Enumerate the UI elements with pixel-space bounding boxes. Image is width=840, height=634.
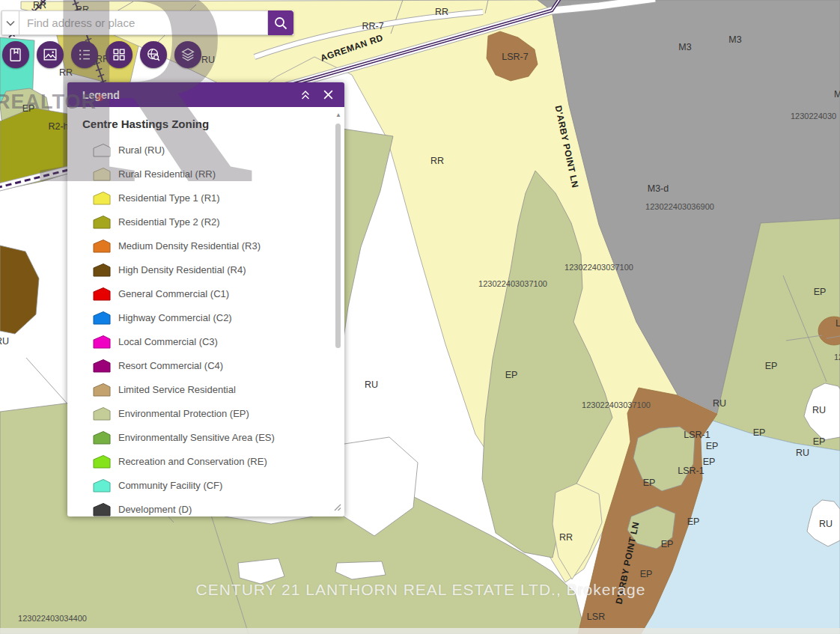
- legend-close-button[interactable]: [319, 86, 337, 104]
- legend-item-label: General Commercial (C1): [118, 288, 229, 299]
- legend-item: Rural (RU): [82, 138, 329, 162]
- legend-item: Environmentally Sensitive Area (ES): [82, 425, 329, 449]
- basemap-icon: [42, 46, 58, 63]
- zone-swatch: [93, 143, 111, 157]
- legend-item: General Commercial (C1): [82, 281, 329, 305]
- legend-item: Environmental Protection (EP): [82, 401, 329, 425]
- map-toolbar: [2, 41, 201, 68]
- zoning-map-app: RRRRRRRRRURR-7RRAGREMAN RDLSR-7M3M3M1230…: [0, 0, 840, 634]
- zone-swatch: [93, 335, 111, 349]
- legend-layer-heading: Centre Hastings Zoning: [82, 118, 329, 130]
- search-widget: [1, 10, 293, 35]
- scrollbar-thumb[interactable]: [335, 124, 341, 348]
- layers-button[interactable]: [174, 41, 201, 68]
- legend-item-label: Limited Service Residential: [118, 384, 236, 395]
- zone-swatch: [93, 287, 111, 301]
- zone-swatch: [93, 406, 111, 421]
- bookmarks-button[interactable]: [2, 41, 29, 68]
- legend-panel-title: Legend: [82, 89, 292, 101]
- zone-swatch: [93, 191, 111, 205]
- zone-swatch: [93, 502, 111, 516]
- legend-scrollbar[interactable]: ▲: [335, 112, 342, 512]
- legend-item-label: Rural Residential (RR): [118, 168, 216, 180]
- legend-item: Limited Service Residential: [82, 377, 329, 401]
- search-button[interactable]: [268, 10, 293, 35]
- layer-gallery-button[interactable]: [106, 41, 133, 68]
- zone-swatch: [93, 311, 111, 325]
- legend-list-icon: [76, 46, 93, 63]
- legend-item-label: Medium Density Residential (R3): [118, 240, 261, 252]
- legend-item-label: Local Commercial (C3): [118, 336, 218, 347]
- layers-icon: [180, 46, 196, 63]
- legend-item: Community Facility (CF): [82, 473, 329, 497]
- close-icon: [323, 89, 334, 100]
- legend-panel-body: Centre Hastings Zoning Rural (RU) Rural …: [67, 107, 344, 516]
- legend-item: Rural Residential (RR): [82, 162, 329, 186]
- legend-item: Highway Commercial (C2): [82, 305, 329, 329]
- legend-item: Resort Commercial (C4): [82, 353, 329, 377]
- search-icon: [273, 16, 288, 31]
- legend-item-label: Environmentally Sensitive Area (ES): [118, 432, 275, 443]
- legend-item-label: High Density Residential (R4): [118, 264, 246, 275]
- legend-item-label: Environmental Protection (EP): [118, 408, 249, 419]
- search-source-dropdown[interactable]: [1, 10, 19, 35]
- globe-icon: [145, 46, 162, 63]
- resize-icon: [333, 503, 341, 511]
- zone-swatch: [93, 239, 111, 253]
- zone-swatch: [93, 454, 111, 469]
- bookmark-icon: [7, 46, 24, 63]
- legend-panel: Legend Centre Hastings Zoning Rural: [67, 82, 344, 516]
- double-chevron-up-icon: [299, 89, 311, 101]
- legend-item: Medium Density Residential (R3): [82, 234, 329, 257]
- apps-grid-icon: [111, 46, 127, 63]
- legend-collapse-button[interactable]: [296, 86, 314, 104]
- zone-swatch: [93, 167, 111, 181]
- zone-swatch: [93, 382, 111, 397]
- legend-item-label: Highway Commercial (C2): [118, 312, 232, 323]
- legend-item-label: Community Facility (CF): [118, 480, 222, 491]
- legend-item-label: Resort Commercial (C4): [118, 360, 223, 371]
- legend-item-label: Development (D): [118, 504, 192, 515]
- zone-swatch: [93, 430, 111, 445]
- bottom-road-strip: [0, 628, 840, 634]
- zone-swatch: [93, 215, 111, 229]
- legend-item: Residential Type 1 (R1): [82, 186, 329, 210]
- legend-panel-header[interactable]: Legend: [67, 82, 344, 107]
- zone-swatch: [93, 359, 111, 373]
- chevron-down-icon: [6, 20, 15, 26]
- legend-item: High Density Residential (R4): [82, 257, 329, 281]
- search-input[interactable]: [19, 10, 268, 35]
- legend-item-label: Residential Type 2 (R2): [118, 216, 220, 228]
- basemap-button[interactable]: [37, 41, 64, 68]
- legend-button[interactable]: [71, 41, 98, 68]
- panel-resize-handle[interactable]: [333, 501, 341, 514]
- zone-swatch: [93, 478, 111, 493]
- legend-item: Local Commercial (C3): [82, 329, 329, 353]
- legend-item: Recreation and Conservation (RE): [82, 449, 329, 473]
- measure-button[interactable]: [140, 41, 167, 68]
- legend-item: Development (D): [82, 497, 329, 516]
- legend-item-list: Rural (RU) Rural Residential (RR) Reside…: [82, 138, 329, 516]
- scrollbar-up-arrow[interactable]: ▲: [335, 112, 342, 119]
- legend-item-label: Residential Type 1 (R1): [118, 192, 220, 204]
- zone-swatch: [93, 263, 111, 277]
- legend-item: Residential Type 2 (R2): [82, 210, 329, 234]
- legend-item-label: Rural (RU): [118, 144, 165, 156]
- legend-item-label: Recreation and Conservation (RE): [118, 456, 267, 467]
